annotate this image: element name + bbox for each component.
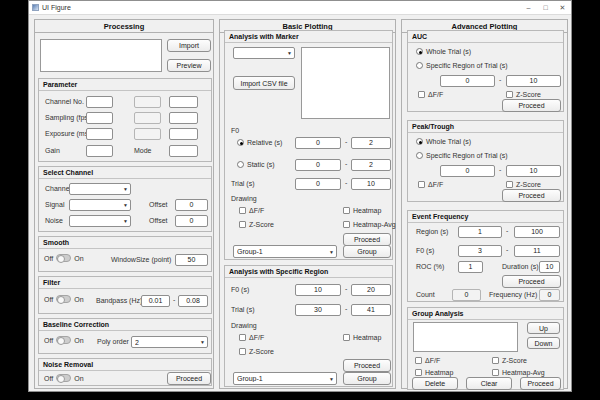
file-listbox[interactable] [40, 39, 162, 72]
heatmap-checkbox[interactable]: Heatmap [343, 207, 381, 214]
specific-dff-checkbox[interactable]: ΔF/F [239, 334, 264, 341]
specific-zscore-checkbox[interactable]: Z-Score [239, 348, 274, 355]
marker-listbox[interactable] [301, 47, 390, 119]
gain-field[interactable] [86, 145, 113, 157]
static-to-field[interactable]: 2 [351, 159, 391, 171]
auc-to-field[interactable]: 10 [506, 75, 561, 87]
roc-field[interactable]: 1 [458, 261, 483, 273]
import-button[interactable]: Import [167, 39, 211, 52]
relative-from-field[interactable]: 0 [295, 137, 341, 149]
event-proceed-button[interactable]: Proceed [502, 275, 561, 288]
poly-order-dropdown[interactable]: 2 ▼ [131, 336, 208, 348]
noise-offset-field[interactable]: 0 [175, 215, 208, 227]
sampling-field-3[interactable] [169, 112, 198, 124]
peak-specific-region-radio[interactable]: Specific Region of Trial (s) [416, 152, 508, 159]
peak-zscore-checkbox[interactable]: Z-Score [506, 181, 541, 188]
group-proceed-button[interactable]: Proceed [520, 377, 561, 390]
group-heatmap-checkbox[interactable]: Heatmap [415, 369, 453, 376]
specific-heatmap-checkbox[interactable]: Heatmap [343, 334, 381, 341]
peak-proceed-button[interactable]: Proceed [502, 189, 561, 202]
channel-dropdown[interactable]: ▼ [69, 183, 131, 195]
marker-dropdown[interactable]: ▼ [233, 47, 295, 59]
peak-to-field[interactable]: 10 [506, 165, 561, 177]
up-button[interactable]: Up [527, 322, 560, 334]
region-to-field[interactable]: 100 [514, 226, 560, 238]
group-zscore-checkbox[interactable]: Z-Score [492, 357, 527, 364]
baseline-toggle[interactable]: Off On [44, 336, 84, 344]
event-f0-to-field[interactable]: 11 [514, 245, 560, 257]
drawing-label: Drawing [231, 195, 257, 202]
toggle-switch-icon[interactable] [56, 254, 71, 262]
region-from-field[interactable]: 1 [458, 226, 502, 238]
chevron-down-icon: ▼ [287, 50, 292, 56]
peak-whole-trial-label: Whole Trial (s) [426, 138, 471, 145]
bandpass-to-field[interactable]: 0.08 [178, 295, 208, 307]
trial-to-field[interactable]: 10 [351, 178, 391, 190]
filter-toggle[interactable]: Off On [44, 295, 84, 303]
heatmap-avg-checkbox[interactable]: Heatmap-Avg [343, 221, 396, 228]
peak-whole-trial-radio[interactable]: Whole Trial (s) [416, 138, 471, 145]
relative-radio[interactable]: Relative (s) [237, 139, 282, 146]
duration-field[interactable]: 10 [539, 261, 560, 273]
group-listbox[interactable] [413, 322, 518, 352]
specific-trial-to-field[interactable]: 41 [351, 304, 391, 316]
signal-dropdown[interactable]: ▼ [69, 199, 131, 211]
down-button[interactable]: Down [527, 337, 560, 349]
preview-button[interactable]: Preview [167, 59, 211, 72]
auc-specific-region-radio[interactable]: Specific Region of Trial (s) [416, 62, 508, 69]
exposure-field-2[interactable] [134, 128, 161, 140]
toggle-switch-icon[interactable] [56, 374, 71, 382]
noise-removal-toggle[interactable]: Off On [44, 374, 84, 382]
close-icon[interactable]: ✕ [554, 1, 571, 14]
delete-button[interactable]: Delete [412, 377, 458, 390]
windowsize-field[interactable]: 50 [175, 254, 208, 266]
group-heatmap-avg-checkbox[interactable]: Heatmap-Avg [492, 369, 545, 376]
smooth-toggle[interactable]: Off On [44, 254, 84, 262]
zscore-checkbox[interactable]: Z-Score [239, 221, 274, 228]
channel-no-field-3[interactable] [169, 96, 198, 108]
processing-proceed-button[interactable]: Proceed [167, 372, 211, 385]
noise-dropdown[interactable]: ▼ [69, 215, 131, 227]
group-dff-checkbox-label: ΔF/F [425, 357, 440, 364]
channel-no-field-1[interactable] [86, 96, 113, 108]
clear-button[interactable]: Clear [466, 377, 512, 390]
sampling-field-1[interactable] [86, 112, 113, 124]
marker-group-dropdown[interactable]: Group-1 ▼ [233, 245, 337, 258]
specific-trial-from-field[interactable]: 30 [295, 304, 341, 316]
exposure-field-3[interactable] [169, 128, 198, 140]
toggle-switch-icon[interactable] [56, 336, 71, 344]
maximize-icon[interactable]: □ [537, 1, 554, 14]
mode-field[interactable] [169, 145, 198, 157]
marker-group-button[interactable]: Group [343, 245, 391, 258]
specific-group-dropdown[interactable]: Group-1 ▼ [233, 372, 337, 385]
relative-to-field[interactable]: 2 [351, 137, 391, 149]
specific-f0-from-field[interactable]: 10 [295, 284, 341, 296]
group-dff-checkbox[interactable]: ΔF/F [415, 357, 440, 364]
static-from-field[interactable]: 0 [295, 159, 341, 171]
signal-offset-field[interactable]: 0 [175, 199, 208, 211]
auc-from-field[interactable]: 0 [440, 75, 495, 87]
trial-from-field[interactable]: 0 [295, 178, 341, 190]
specific-proceed-button[interactable]: Proceed [343, 359, 391, 372]
specific-f0-to-field[interactable]: 20 [351, 284, 391, 296]
specific-group-button[interactable]: Group [343, 372, 391, 385]
exposure-field-1[interactable] [86, 128, 113, 140]
peak-dff-checkbox[interactable]: ΔF/F [418, 181, 443, 188]
toggle-switch-icon[interactable] [56, 295, 71, 303]
bandpass-from-field[interactable]: 0.01 [141, 295, 170, 307]
app-window: UI Figure – □ ✕ Processing Import Previe… [28, 0, 572, 392]
auc-zscore-checkbox-label: Z-Score [516, 91, 541, 98]
sampling-field-2[interactable] [134, 112, 161, 124]
channel-no-field-2[interactable] [134, 96, 161, 108]
specific-zscore-checkbox-label: Z-Score [249, 348, 274, 355]
static-radio[interactable]: Static (s) [237, 161, 275, 168]
dff-checkbox[interactable]: ΔF/F [239, 207, 264, 214]
auc-dff-checkbox[interactable]: ΔF/F [418, 91, 443, 98]
peak-from-field[interactable]: 0 [440, 165, 495, 177]
event-f0-from-field[interactable]: 3 [458, 245, 502, 257]
auc-proceed-button[interactable]: Proceed [502, 99, 561, 112]
auc-whole-trial-radio[interactable]: Whole Trial (s) [416, 48, 471, 55]
minimize-icon[interactable]: – [520, 1, 537, 14]
import-csv-button[interactable]: Import CSV file [233, 76, 295, 90]
auc-zscore-checkbox[interactable]: Z-Score [506, 91, 541, 98]
